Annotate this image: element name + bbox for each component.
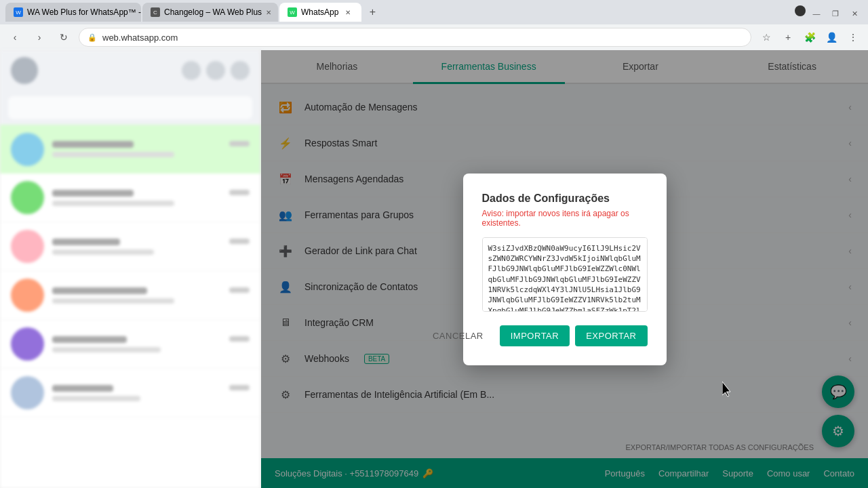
chat-msg-mock-2: [52, 249, 154, 255]
modal-textarea[interactable]: W3siZJvdXBzQWN0aW9ucyI6IlJ9LHsic2VsZWN0Z…: [482, 237, 648, 312]
chat-avatar-1: [11, 181, 44, 214]
menu-button[interactable]: ⋮: [844, 28, 863, 47]
sidebar-header: [0, 50, 260, 91]
chat-info-2: [52, 239, 250, 255]
tab-label-3: WhatsApp: [301, 7, 338, 17]
chat-time-mock-5: [229, 385, 250, 390]
cancel-button[interactable]: CANCELAR: [422, 325, 494, 346]
whatsapp-sidebar: [0, 50, 261, 488]
chat-avatar-2: [11, 230, 44, 263]
chat-name-mock-5: [52, 385, 113, 392]
modal-dialog: Dados de Configurações Aviso: importar n…: [463, 174, 667, 365]
tab-favicon-1: W: [14, 7, 23, 17]
search-bar: [0, 91, 260, 125]
modal-warning: Aviso: importar novos itens irá apagar o…: [482, 209, 648, 228]
record-btn: [795, 5, 806, 16]
window-controls: — ❐ ✕: [795, 5, 863, 22]
chat-msg-mock-3: [52, 298, 174, 304]
new-tab-button[interactable]: +: [363, 3, 382, 22]
chat-item-3: [0, 271, 260, 320]
maximize-button[interactable]: ❐: [827, 5, 844, 22]
minimize-button[interactable]: —: [808, 5, 825, 22]
extensions-button[interactable]: 🧩: [800, 28, 819, 47]
tab-wa-web-plus[interactable]: W WA Web Plus for WhatsApp™ - ✕: [5, 3, 141, 22]
chat-msg-mock: [52, 152, 174, 157]
chat-info-1: [52, 190, 250, 206]
close-button[interactable]: ✕: [846, 5, 863, 22]
chat-msg-mock-4: [52, 347, 161, 352]
chat-item-4: [0, 320, 260, 369]
sidebar-icon-1: [182, 61, 201, 80]
chat-time-mock-4: [229, 336, 250, 342]
chat-name-mock: [52, 141, 134, 148]
tab-favicon-2: C: [151, 7, 160, 17]
export-button[interactable]: EXPORTAR: [575, 325, 647, 346]
chat-avatar-active: [11, 133, 44, 166]
modal-title: Dados de Configurações: [482, 192, 648, 205]
chat-name-mock-3: [52, 287, 147, 294]
chat-time-mock-2: [229, 239, 250, 244]
main-content: Melhorias Ferramentas Business Exportar …: [261, 50, 868, 488]
chat-time-mock-1: [229, 190, 250, 195]
lock-icon: 🔒: [87, 33, 97, 42]
app-area: Melhorias Ferramentas Business Exportar …: [0, 50, 868, 488]
import-button[interactable]: IMPORTAR: [500, 325, 570, 346]
tab-bar: W WA Web Plus for WhatsApp™ - ✕ C Change…: [0, 0, 868, 24]
extension-add-button[interactable]: +: [778, 28, 797, 47]
chat-name-mock-2: [52, 239, 120, 245]
chat-avatar-4: [11, 327, 44, 361]
chat-msg-mock-1: [52, 201, 174, 206]
modal-overlay: Dados de Configurações Aviso: importar n…: [261, 50, 868, 488]
sidebar-action-icons: [182, 61, 250, 80]
chat-info-4: [52, 336, 250, 352]
search-input-mock: [8, 96, 252, 119]
tab-changelog[interactable]: C Changelog – WA Web Plus ✕: [142, 3, 278, 22]
modal-actions: CANCELAR IMPORTAR EXPORTAR: [482, 325, 648, 346]
sidebar-icon-2: [206, 61, 225, 80]
active-chat-item: [0, 125, 260, 174]
chat-info-5: [52, 385, 250, 401]
chat-item-1: [0, 174, 260, 222]
tab-label-2: Changelog – WA Web Plus: [164, 7, 262, 17]
chat-item-2: [0, 222, 260, 271]
address-text: web.whatsapp.com: [102, 33, 178, 43]
tab-close-3[interactable]: ✕: [342, 7, 353, 18]
address-bar[interactable]: 🔒 web.whatsapp.com: [79, 28, 751, 47]
tab-close-2[interactable]: ✕: [266, 7, 271, 18]
chat-name-mock-4: [52, 336, 127, 343]
chat-time-mock-3: [229, 287, 250, 293]
bookmark-button[interactable]: ☆: [757, 28, 776, 47]
chat-info-active: [52, 141, 250, 157]
tab-whatsapp[interactable]: W WhatsApp ✕: [279, 3, 361, 22]
chat-item-5: [0, 369, 260, 418]
user-avatar: [11, 57, 38, 84]
browser-action-buttons: ☆ + 🧩 👤 ⋮: [757, 28, 863, 47]
reload-button[interactable]: ↻: [54, 28, 73, 47]
sidebar-icon-3: [231, 61, 250, 80]
address-bar-row: ‹ › ↻ 🔒 web.whatsapp.com ☆ + 🧩 👤 ⋮: [0, 24, 868, 50]
browser-chrome: W WA Web Plus for WhatsApp™ - ✕ C Change…: [0, 0, 868, 50]
chat-time-mock: [229, 141, 250, 146]
profile-button[interactable]: 👤: [822, 28, 841, 47]
tab-label-1: WA Web Plus for WhatsApp™ -: [27, 7, 141, 17]
tab-favicon-3: W: [288, 7, 297, 17]
chat-info-3: [52, 287, 250, 304]
chat-avatar-3: [11, 279, 44, 312]
forward-button[interactable]: ›: [30, 28, 49, 47]
back-button[interactable]: ‹: [5, 28, 24, 47]
chat-msg-mock-5: [52, 396, 140, 401]
chat-name-mock-1: [52, 190, 134, 197]
chat-avatar-5: [11, 376, 44, 409]
